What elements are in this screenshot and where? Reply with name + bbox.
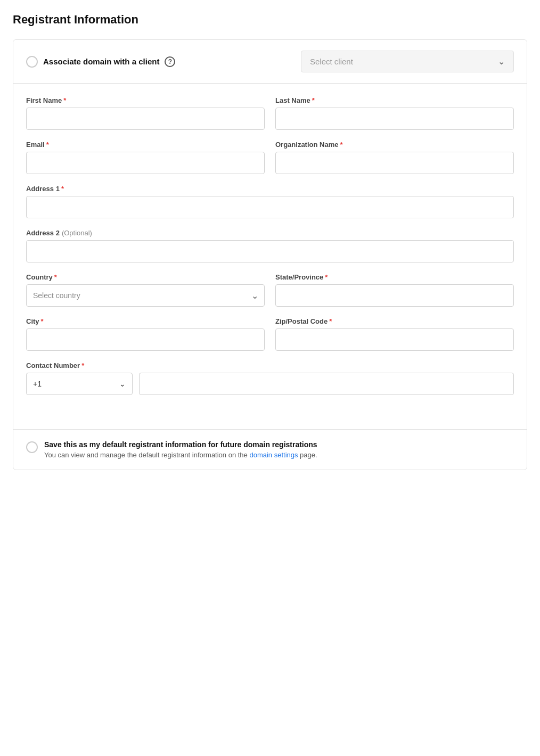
- city-required-star: *: [41, 317, 44, 325]
- save-default-checkbox[interactable]: [26, 441, 38, 453]
- last-name-label: Last Name*: [275, 96, 514, 104]
- last-name-group: Last Name*: [275, 96, 514, 130]
- state-input[interactable]: [275, 284, 514, 307]
- state-label: State/Province*: [275, 273, 514, 281]
- last-name-required-star: *: [312, 96, 315, 104]
- phone-prefix-value: +1: [33, 380, 42, 388]
- city-label: City*: [26, 317, 265, 325]
- first-name-input[interactable]: [26, 108, 265, 130]
- first-name-required-star: *: [63, 96, 66, 104]
- city-group: City*: [26, 317, 265, 351]
- page-title: Registrant Information: [13, 13, 527, 27]
- associate-label: Associate domain with a client: [43, 57, 159, 66]
- organization-input[interactable]: [275, 152, 514, 174]
- address1-required-star: *: [61, 185, 64, 193]
- address2-label: Address 2(Optional): [26, 229, 514, 237]
- address2-group: Address 2(Optional): [26, 229, 514, 262]
- country-required-star: *: [54, 273, 57, 281]
- associate-left: Associate domain with a client ?: [26, 56, 292, 68]
- save-description: You can view and manage the default regi…: [44, 451, 317, 459]
- phone-prefix-dropdown[interactable]: +1 ⌄: [26, 373, 133, 395]
- save-label: Save this as my default registrant infor…: [44, 440, 317, 449]
- select-client-placeholder: Select client: [310, 57, 353, 66]
- contact-input-row: +1 ⌄: [26, 373, 514, 395]
- zip-input[interactable]: [275, 328, 514, 351]
- first-name-label: First Name*: [26, 96, 265, 104]
- phone-prefix-chevron-down-icon: ⌄: [119, 380, 126, 388]
- contact-label: Contact Number*: [26, 361, 514, 369]
- email-required-star: *: [46, 141, 49, 149]
- help-icon[interactable]: ?: [165, 56, 175, 67]
- name-row: First Name* Last Name*: [26, 96, 514, 130]
- email-group: Email*: [26, 141, 265, 174]
- save-section: Save this as my default registrant infor…: [13, 429, 527, 470]
- registrant-form-card: Associate domain with a client ? Select …: [13, 39, 527, 470]
- org-required-star: *: [340, 141, 342, 149]
- last-name-input[interactable]: [275, 108, 514, 130]
- state-group: State/Province*: [275, 273, 514, 307]
- address2-row: Address 2(Optional): [26, 229, 514, 262]
- city-input[interactable]: [26, 328, 265, 351]
- contact-number-group: Contact Number* +1 ⌄: [26, 361, 514, 406]
- address2-optional: (Optional): [62, 229, 92, 237]
- associate-section: Associate domain with a client ? Select …: [13, 40, 527, 84]
- form-body: First Name* Last Name* Email* O: [13, 84, 527, 429]
- email-input[interactable]: [26, 152, 265, 174]
- city-zip-row: City* Zip/Postal Code*: [26, 317, 514, 351]
- zip-label: Zip/Postal Code*: [275, 317, 514, 325]
- select-client-dropdown[interactable]: Select client ⌄: [301, 51, 514, 72]
- first-name-group: First Name*: [26, 96, 265, 130]
- save-description-before: You can view and manage the default regi…: [44, 451, 249, 459]
- zip-required-star: *: [329, 317, 332, 325]
- zip-group: Zip/Postal Code*: [275, 317, 514, 351]
- organization-label: Organization Name*: [275, 141, 514, 149]
- address1-label: Address 1*: [26, 185, 514, 193]
- country-label: Country*: [26, 273, 265, 281]
- country-group: Country* Select country ⌄: [26, 273, 265, 307]
- address1-row: Address 1*: [26, 185, 514, 218]
- phone-prefix-wrapper: +1 ⌄: [26, 373, 133, 395]
- organization-group: Organization Name*: [275, 141, 514, 174]
- save-text-block: Save this as my default registrant infor…: [44, 440, 317, 459]
- state-required-star: *: [325, 273, 328, 281]
- select-client-chevron-down-icon: ⌄: [498, 56, 505, 67]
- email-org-row: Email* Organization Name*: [26, 141, 514, 174]
- country-select[interactable]: Select country: [26, 284, 265, 307]
- address2-input[interactable]: [26, 240, 514, 262]
- contact-required-star: *: [81, 361, 84, 369]
- save-description-after: page.: [298, 451, 317, 459]
- country-state-row: Country* Select country ⌄ State/Province…: [26, 273, 514, 307]
- address1-group: Address 1*: [26, 185, 514, 218]
- address1-input[interactable]: [26, 196, 514, 218]
- phone-number-input[interactable]: [139, 373, 514, 395]
- email-label: Email*: [26, 141, 265, 149]
- associate-radio[interactable]: [26, 56, 38, 68]
- country-select-wrapper: Select country ⌄: [26, 284, 265, 307]
- domain-settings-link[interactable]: domain settings: [249, 451, 298, 459]
